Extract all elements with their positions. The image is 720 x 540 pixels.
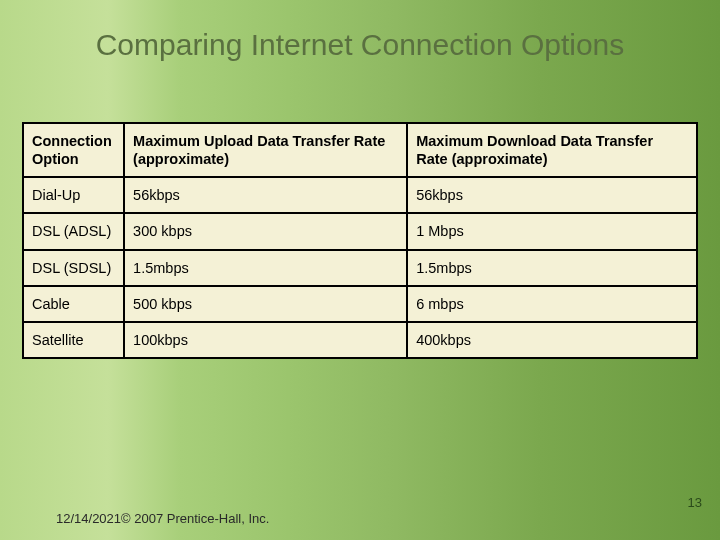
footer-text: 12/14/2021© 2007 Prentice-Hall, Inc.	[56, 511, 269, 526]
cell-option: Cable	[23, 286, 124, 322]
cell-option: DSL (ADSL)	[23, 213, 124, 249]
table-row: Dial-Up 56kbps 56kbps	[23, 177, 697, 213]
slide-title: Comparing Internet Connection Options	[0, 0, 720, 72]
cell-download: 56kbps	[407, 177, 697, 213]
cell-option: Dial-Up	[23, 177, 124, 213]
cell-upload: 1.5mbps	[124, 250, 407, 286]
header-download: Maximum Download Data Transfer Rate (app…	[407, 123, 697, 177]
cell-upload: 300 kbps	[124, 213, 407, 249]
cell-upload: 100kbps	[124, 322, 407, 358]
cell-upload: 56kbps	[124, 177, 407, 213]
cell-download: 1 Mbps	[407, 213, 697, 249]
comparison-table-wrap: Connection Option Maximum Upload Data Tr…	[22, 122, 698, 359]
table-header-row: Connection Option Maximum Upload Data Tr…	[23, 123, 697, 177]
cell-download: 6 mbps	[407, 286, 697, 322]
table-row: DSL (SDSL) 1.5mbps 1.5mbps	[23, 250, 697, 286]
cell-option: Satellite	[23, 322, 124, 358]
header-upload: Maximum Upload Data Transfer Rate (appro…	[124, 123, 407, 177]
cell-download: 400kbps	[407, 322, 697, 358]
table-row: Cable 500 kbps 6 mbps	[23, 286, 697, 322]
cell-upload: 500 kbps	[124, 286, 407, 322]
page-number: 13	[688, 495, 702, 510]
table-row: DSL (ADSL) 300 kbps 1 Mbps	[23, 213, 697, 249]
cell-download: 1.5mbps	[407, 250, 697, 286]
table-row: Satellite 100kbps 400kbps	[23, 322, 697, 358]
cell-option: DSL (SDSL)	[23, 250, 124, 286]
comparison-table: Connection Option Maximum Upload Data Tr…	[22, 122, 698, 359]
header-option: Connection Option	[23, 123, 124, 177]
